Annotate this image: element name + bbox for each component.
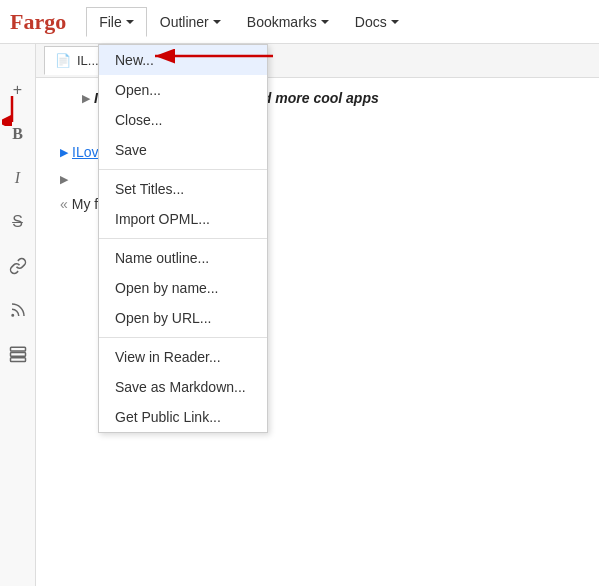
triangle-icon-1: ▶ — [82, 88, 90, 107]
menu-item-set-titles[interactable]: Set Titles... — [99, 174, 267, 204]
nav-docs-label: Docs — [355, 14, 387, 30]
svg-rect-6 — [10, 353, 25, 357]
menu-item-close[interactable]: Close... — [99, 105, 267, 135]
divider-2 — [99, 238, 267, 239]
svg-point-4 — [12, 315, 14, 317]
divider-3 — [99, 337, 267, 338]
sidebar: + B I S — [0, 44, 36, 586]
rss-icon[interactable] — [4, 296, 32, 324]
layers-icon[interactable] — [4, 340, 32, 368]
menu-item-import-opml[interactable]: Import OPML... — [99, 204, 267, 234]
menu-item-get-public-link[interactable]: Get Public Link... — [99, 402, 267, 432]
menu-item-new[interactable]: New... — [99, 45, 267, 75]
nav-item-bookmarks[interactable]: Bookmarks — [234, 7, 342, 37]
tab-label: IL... — [77, 53, 99, 68]
link-icon[interactable] — [4, 252, 32, 280]
strikethrough-icon[interactable]: S — [4, 208, 32, 236]
document-icon: 📄 — [55, 53, 71, 68]
nav-bookmarks-label: Bookmarks — [247, 14, 317, 30]
nav-outliner-label: Outliner — [160, 14, 209, 30]
triangle-icon-2: ▶ — [60, 142, 68, 161]
nav-docs-caret — [391, 20, 399, 24]
menu-item-open-by-url[interactable]: Open by URL... — [99, 303, 267, 333]
menu-item-open[interactable]: Open... — [99, 75, 267, 105]
menu-item-save[interactable]: Save — [99, 135, 267, 165]
svg-rect-7 — [10, 358, 25, 362]
menu-item-open-by-name[interactable]: Open by name... — [99, 273, 267, 303]
menu-item-save-markdown[interactable]: Save as Markdown... — [99, 372, 267, 402]
menu-item-name-outline[interactable]: Name outline... — [99, 243, 267, 273]
nav-item-outliner[interactable]: Outliner — [147, 7, 234, 37]
nav-menu: File Outliner Bookmarks Docs — [86, 7, 412, 37]
chevron-left-icon-2: « — [60, 194, 68, 215]
nav-item-file[interactable]: File — [86, 7, 147, 37]
triangle-icon-3: ▶ — [60, 169, 68, 188]
nav-item-docs[interactable]: Docs — [342, 7, 412, 37]
italic-icon[interactable]: I — [4, 164, 32, 192]
menu-item-view-reader[interactable]: View in Reader... — [99, 342, 267, 372]
brand-logo: Fargo — [10, 9, 66, 35]
nav-bookmarks-caret — [321, 20, 329, 24]
nav-outliner-caret — [213, 20, 221, 24]
divider-1 — [99, 169, 267, 170]
file-dropdown-menu: New... Open... Close... Save Set Titles.… — [98, 44, 268, 433]
nav-file-label: File — [99, 14, 122, 30]
nav-file-caret — [126, 20, 134, 24]
navbar: Fargo File Outliner Bookmarks Docs — [0, 0, 599, 44]
svg-rect-5 — [10, 347, 25, 351]
sidebar-down-arrow — [2, 96, 22, 129]
